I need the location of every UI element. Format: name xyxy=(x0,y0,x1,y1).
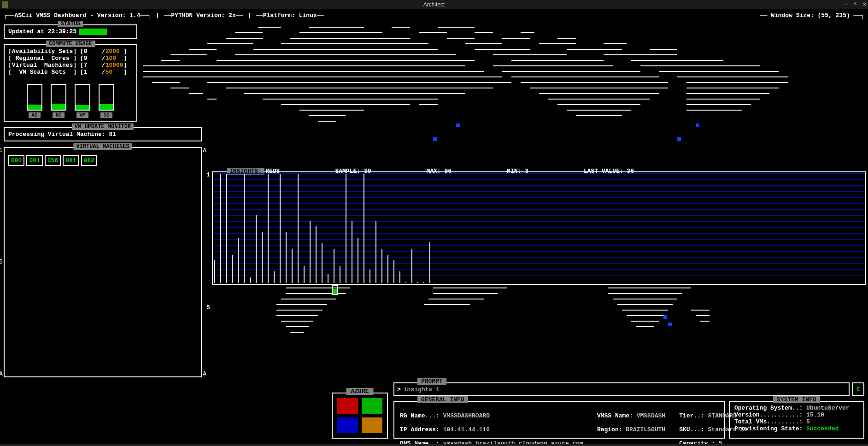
status-color-blue xyxy=(337,417,358,433)
gauge-as: AS xyxy=(27,84,42,118)
vm-monitor-title: VM UPDATE MONITOR xyxy=(72,123,134,130)
virtual-machines-panel: VIRTUAL MACHINES 1 A 5 A A 0000010560810… xyxy=(4,147,202,377)
prompt-input[interactable]: insights 1 xyxy=(404,386,440,393)
platform: Platform: Linux xyxy=(263,12,317,19)
gauge-vm: VM xyxy=(75,84,90,118)
execute-button[interactable]: E xyxy=(852,382,864,396)
status-indicator xyxy=(79,29,107,35)
compute-title: COMPUTE USAGE xyxy=(46,41,95,47)
vm-axis-mid-left: 5 xyxy=(0,258,3,265)
window-titlebar: Architect – ^ × xyxy=(0,0,868,9)
prompt-prefix: > xyxy=(397,386,401,393)
app-icon xyxy=(2,1,8,8)
vm-monitor-value: 81 xyxy=(109,131,116,138)
vm-chip[interactable]: 081 xyxy=(63,155,79,166)
compute-row: [Availability Sets] [0 /2000 ] xyxy=(8,48,133,55)
system-info-panel: SYSTEM INFO Operating System..: UbuntuSe… xyxy=(729,401,864,439)
general-info-title: GENERAL INFO xyxy=(417,396,468,403)
status-title: STATUS xyxy=(58,21,83,27)
window-title: Architect xyxy=(423,1,445,8)
insights-chart: INSIGHTS: REQS SAMPLE: 30 MAX: 96 MIN: 3… xyxy=(212,171,866,285)
insights-axis-bottom: 5 xyxy=(206,304,210,311)
app-name: ASCii VMSS Dashboard - Version: 1.4 xyxy=(14,12,140,19)
compute-row: [ Regional Cores ] [9 /100 ] xyxy=(8,55,133,62)
azure-panel: AZURE xyxy=(332,393,388,439)
vm-axis-bottom-right: A xyxy=(203,370,206,377)
ascii-world-map xyxy=(143,27,862,165)
vm-chip[interactable]: 001 xyxy=(26,155,42,166)
gauge-rc: RC xyxy=(51,84,66,118)
vm-axis-top-left: 1 xyxy=(0,147,3,154)
gauge-ss: SS xyxy=(99,84,114,118)
status-updated: Updated at 22:39:25 xyxy=(8,28,76,35)
vm-monitor-text: Processing Virtual Machine: xyxy=(8,131,106,138)
ascii-world-map-lower xyxy=(212,288,719,375)
insights-axis-top: 1 xyxy=(206,171,210,178)
virtual-machines-title: VIRTUAL MACHINES xyxy=(73,143,132,150)
compute-row: [Virtual Machines] [7 /10000] xyxy=(8,62,133,69)
minimize-button[interactable]: – xyxy=(845,1,848,8)
status-color-green xyxy=(362,398,382,414)
azure-title: AZURE xyxy=(346,388,373,395)
system-info-title: SYSTEM INFO xyxy=(773,396,820,403)
maximize-button[interactable]: ^ xyxy=(854,1,856,8)
python-version: PYTHON Version: 2x xyxy=(171,12,235,19)
status-color-orange xyxy=(362,417,382,433)
prompt-panel[interactable]: PROMPT > insights 1 xyxy=(393,382,850,396)
prompt-title: PROMPT xyxy=(417,378,446,385)
compute-usage-panel: COMPUTE USAGE [Availability Sets] [0 /20… xyxy=(4,44,137,122)
status-color-red xyxy=(337,398,358,414)
general-info-panel: GENERAL INFO RG Name...: VMSSDASHBOARD I… xyxy=(393,401,725,439)
bottom-bar xyxy=(0,444,868,446)
vm-chip[interactable]: 000 xyxy=(8,155,24,166)
vm-chip[interactable]: 082 xyxy=(81,155,97,166)
header-info: ┌── ASCii VMSS Dashboard - Version: 1.4 … xyxy=(4,11,864,22)
window-size: Window Size: (55, 235) xyxy=(771,12,850,19)
status-panel: STATUS Updated at 22:39:25 xyxy=(4,24,137,39)
vm-chip[interactable]: 056 xyxy=(45,155,61,166)
compute-row: [ VM Scale Sets ] [1 /50 ] xyxy=(8,69,133,76)
close-button[interactable]: × xyxy=(863,1,866,8)
vm-axis-bottom-left: A xyxy=(0,370,3,377)
